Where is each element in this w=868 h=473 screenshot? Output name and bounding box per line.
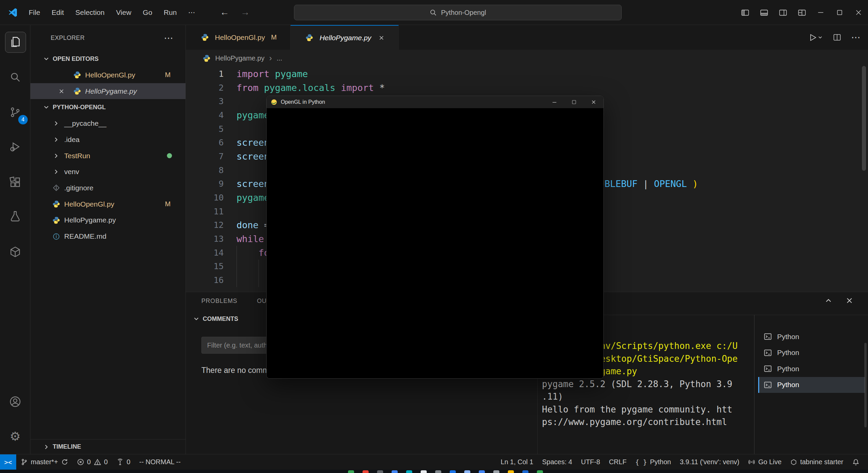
terminal-instance[interactable]: Python (758, 329, 865, 345)
toggle-primary-sidebar-icon[interactable] (736, 0, 754, 25)
panel-tab-problems[interactable]: PROBLEMS (201, 298, 237, 305)
menu-selection[interactable]: Selection (70, 5, 110, 20)
line-number[interactable]: 5 (186, 124, 224, 134)
taskbar-app-icon[interactable] (522, 470, 528, 473)
window-minimize-icon[interactable] (811, 0, 830, 25)
activity-settings[interactable]: ⚙ (0, 424, 30, 449)
panel-close-icon[interactable] (845, 296, 854, 305)
pygame-canvas[interactable] (267, 108, 603, 379)
breadcrumb-symbol[interactable]: ... (277, 54, 282, 62)
line-number[interactable]: 1 (186, 69, 224, 79)
notifications-item[interactable] (848, 454, 864, 470)
window-maximize-icon[interactable] (830, 0, 849, 25)
line-number[interactable]: 9 (186, 179, 224, 189)
go-live-item[interactable]: Go Live (744, 454, 786, 470)
run-file-button[interactable] (808, 33, 823, 42)
minimize-icon[interactable] (545, 96, 564, 108)
python-interpreter-item[interactable]: 3.9.11 ('venv': venv) (675, 454, 744, 470)
explorer-item[interactable]: .gitignore (30, 180, 185, 196)
taskbar-app-icon[interactable] (406, 470, 412, 473)
menu-run[interactable]: Run (158, 5, 183, 20)
encoding-item[interactable]: UTF-8 (576, 454, 604, 470)
vim-mode-item[interactable]: -- NORMAL -- (135, 454, 185, 470)
taskbar-app-icon[interactable] (493, 470, 499, 473)
editor-scrollbar[interactable] (862, 66, 866, 171)
terminal-instance[interactable]: Python (758, 345, 865, 361)
line-number[interactable]: 11 (186, 207, 224, 216)
split-editor-icon[interactable] (833, 33, 842, 42)
terminal-instance[interactable]: Python (758, 361, 865, 377)
toggle-panel-icon[interactable] (754, 0, 773, 25)
remote-indicator[interactable]: >< (0, 454, 16, 470)
explorer-item[interactable]: venv (30, 164, 185, 180)
taskbar-app-icon[interactable] (450, 470, 456, 473)
taskbar-app-icon[interactable] (348, 470, 354, 473)
taskbar-app-icon[interactable] (508, 470, 514, 473)
close-icon[interactable] (58, 88, 72, 95)
taskbar-app-icon[interactable] (363, 470, 369, 473)
activity-extensions[interactable] (0, 169, 30, 195)
explorer-item[interactable]: __pycache__ (30, 115, 185, 132)
explorer-item[interactable]: HelloPygame.py (30, 212, 185, 229)
line-number[interactable]: 6 (186, 138, 224, 147)
tabnine-item[interactable]: tabnine starter (786, 454, 848, 470)
forward-arrow-icon[interactable]: → (241, 7, 250, 18)
activity-run-debug[interactable] (0, 134, 30, 160)
taskbar-app-icon[interactable] (435, 470, 441, 473)
code-line[interactable]: 1import pygame (186, 67, 868, 81)
eol-item[interactable]: CRLF (604, 454, 631, 470)
open-editors-header[interactable]: OPEN EDITORS (30, 51, 185, 67)
maximize-icon[interactable] (564, 96, 584, 108)
pygame-window-titlebar[interactable]: OpenGL in Python (267, 96, 603, 108)
ports-item[interactable]: 0 (112, 454, 135, 470)
taskbar-app-icon[interactable] (421, 470, 427, 473)
indentation-item[interactable]: Spaces: 4 (538, 454, 577, 470)
command-center-search[interactable]: Python-Opengl (294, 5, 622, 20)
editor-tab[interactable]: HelloPygame.py (291, 25, 399, 50)
customize-layout-icon[interactable] (792, 0, 811, 25)
toggle-secondary-sidebar-icon[interactable] (773, 0, 792, 25)
explorer-item[interactable]: TestRun (30, 148, 185, 164)
window-close-icon[interactable] (849, 0, 868, 25)
line-number[interactable]: 8 (186, 165, 224, 175)
breadcrumb-file[interactable]: HelloPygame.py (215, 54, 265, 62)
more-actions-icon[interactable]: ⋯ (851, 32, 861, 43)
line-number[interactable]: 14 (186, 248, 224, 258)
menu-go[interactable]: Go (137, 5, 158, 20)
problems-item[interactable]: 0 0 (73, 454, 112, 470)
editor-tab[interactable]: HelloOpenGl.pyM (186, 25, 291, 50)
menu-view[interactable]: View (110, 5, 137, 20)
activity-account[interactable] (0, 389, 30, 415)
activity-explorer[interactable] (0, 29, 30, 55)
line-number[interactable]: 3 (186, 96, 224, 106)
panel-maximize-icon[interactable] (824, 296, 833, 305)
taskbar-app-icon[interactable] (377, 470, 383, 473)
open-editor-item[interactable]: HelloOpenGl.pyM (30, 67, 185, 83)
line-number[interactable]: 4 (186, 110, 224, 120)
close-icon[interactable] (378, 34, 385, 41)
line-number[interactable]: 12 (186, 220, 224, 230)
explorer-item[interactable]: README.md (30, 228, 185, 244)
terminal-scrollbar[interactable] (864, 343, 867, 427)
explorer-item[interactable]: HelloOpenGl.pyM (30, 196, 185, 212)
line-number[interactable]: 10 (186, 193, 224, 203)
timeline-header[interactable]: TIMELINE (30, 439, 185, 454)
git-branch-item[interactable]: master*+ (16, 454, 73, 470)
taskbar-app-icon[interactable] (392, 470, 398, 473)
activity-search[interactable] (0, 64, 30, 90)
menu-edit[interactable]: Edit (46, 5, 70, 20)
project-header[interactable]: PYTHON-OPENGL (30, 99, 185, 115)
comments-section-header[interactable]: COMMENTS (193, 315, 238, 323)
sidebar-more-actions-icon[interactable]: ⋯ (164, 32, 173, 44)
sync-icon[interactable] (61, 458, 68, 466)
terminal-list-sash[interactable] (754, 315, 754, 454)
back-arrow-icon[interactable]: ← (220, 7, 229, 18)
line-number[interactable]: 16 (186, 275, 224, 285)
taskbar-app-icon[interactable] (464, 470, 470, 473)
activity-testing[interactable] (0, 204, 30, 229)
line-number[interactable]: 15 (186, 261, 224, 271)
taskbar-app-icon[interactable] (537, 470, 543, 473)
line-number[interactable]: 13 (186, 234, 224, 244)
open-editor-item[interactable]: HelloPygame.py (30, 83, 185, 99)
language-mode-item[interactable]: { } Python (631, 454, 675, 470)
